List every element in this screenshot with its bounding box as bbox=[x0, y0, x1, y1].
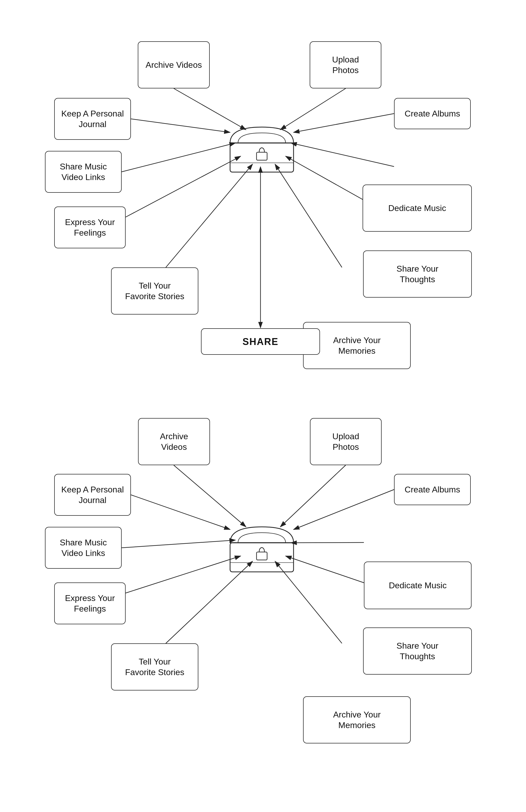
svg-line-10 bbox=[166, 164, 253, 267]
svg-line-11 bbox=[275, 164, 342, 267]
share-music-2[interactable]: Share MusicVideo Links bbox=[45, 527, 122, 569]
svg-rect-28 bbox=[256, 552, 267, 560]
tell-stories-1[interactable]: Tell YourFavorite Stories bbox=[111, 267, 198, 315]
upload-photos-1[interactable]: UploadPhotos bbox=[310, 41, 381, 88]
share-thoughts-2[interactable]: Share YourThoughts bbox=[363, 627, 472, 675]
svg-line-7 bbox=[291, 143, 394, 166]
svg-line-5 bbox=[294, 114, 394, 132]
share-music-1[interactable]: Share MusicVideo Links bbox=[45, 151, 122, 193]
express-feelings-2[interactable]: Express YourFeelings bbox=[54, 582, 125, 624]
svg-line-15 bbox=[131, 495, 230, 530]
svg-rect-27 bbox=[230, 543, 294, 572]
keep-journal-2[interactable]: Keep A PersonalJournal bbox=[54, 474, 131, 516]
archive-videos-1[interactable]: Archive Videos bbox=[138, 41, 210, 88]
share-label[interactable]: SHARE bbox=[201, 328, 320, 355]
svg-rect-23 bbox=[230, 143, 294, 172]
tell-stories-2[interactable]: Tell YourFavorite Stories bbox=[111, 643, 198, 691]
dedicate-music-1[interactable]: Dedicate Music bbox=[363, 185, 472, 232]
archive-videos-2[interactable]: ArchiveVideos bbox=[138, 418, 210, 465]
dedicate-music-2[interactable]: Dedicate Music bbox=[364, 562, 471, 609]
svg-line-17 bbox=[122, 540, 235, 548]
svg-line-16 bbox=[294, 490, 394, 530]
svg-rect-24 bbox=[256, 152, 267, 160]
svg-line-6 bbox=[122, 143, 235, 172]
create-albums-1[interactable]: Create Albums bbox=[394, 98, 471, 129]
create-albums-2[interactable]: Create Albums bbox=[394, 474, 471, 505]
chest-1 bbox=[222, 114, 301, 175]
chest-2 bbox=[222, 513, 301, 575]
upload-photos-2[interactable]: UploadPhotos bbox=[310, 418, 381, 465]
keep-journal-1[interactable]: Keep A PersonalJournal bbox=[54, 98, 131, 140]
diagram-container: Archive Videos UploadPhotos Keep A Perso… bbox=[0, 0, 526, 812]
express-feelings-1[interactable]: Express YourFeelings bbox=[54, 206, 125, 248]
archive-memories-2[interactable]: Archive YourMemories bbox=[303, 696, 411, 743]
share-thoughts-1[interactable]: Share YourThoughts bbox=[363, 250, 472, 298]
svg-line-18 bbox=[291, 542, 364, 543]
svg-line-4 bbox=[131, 119, 230, 132]
